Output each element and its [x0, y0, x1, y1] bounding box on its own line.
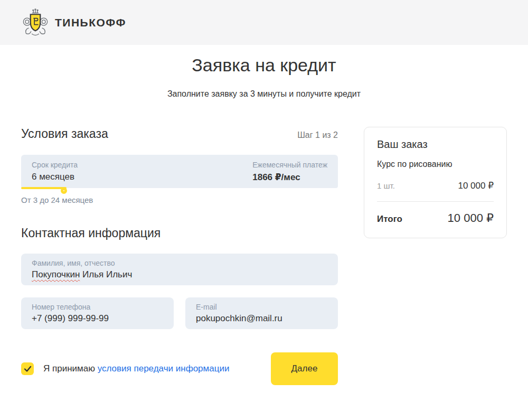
contact-info-title: Контактная информация: [21, 226, 338, 240]
step-indicator: Шаг 1 из 2: [297, 130, 338, 140]
full-name-value: Покупочкин Илья Ильич: [32, 269, 327, 280]
credit-term-label: Срок кредита: [32, 161, 78, 169]
credit-term-value: 6 месяцев: [32, 172, 78, 182]
action-row: Я принимаю условия передачи информации Д…: [21, 352, 338, 385]
agreement-prefix: Я принимаю: [43, 363, 98, 374]
main-content: Условия заказа Шаг 1 из 2 Срок кредита 6…: [21, 127, 507, 385]
credit-term-range-hint: От 3 до 24 месяцев: [21, 195, 338, 204]
order-total-label: Итого: [377, 214, 402, 225]
phone-email-row: Номер телефона +7 (999) 999-99-99 E-mail…: [21, 297, 338, 329]
brand-wordmark: ТИНЬКОФФ: [55, 16, 126, 29]
phone-field[interactable]: Номер телефона +7 (999) 999-99-99: [21, 297, 174, 329]
credit-term-slider-handle[interactable]: [61, 188, 67, 194]
email-value: pokupochkin@mail.ru: [196, 313, 327, 324]
monthly-payment-cell: Ежемесячный платеж 1866 ₽/мес: [252, 161, 327, 188]
page-title: Заявка на кредит: [0, 55, 528, 76]
page-head: Заявка на кредит Заполните заявку за 3 м…: [0, 55, 528, 99]
full-name-surname: Покупочкин: [32, 269, 80, 279]
page-subtitle: Заполните заявку за 3 минуты и получите …: [0, 89, 528, 99]
full-name-field[interactable]: Фамилия, имя, отчество Покупочкин Илья И…: [21, 254, 338, 285]
full-name-label: Фамилия, имя, отчество: [32, 259, 327, 267]
header-bar: ТИНЬКОФФ: [0, 0, 528, 45]
credit-term-panel: Срок кредита 6 месяцев Ежемесячный плате…: [21, 155, 338, 188]
order-terms-title: Условия заказа: [21, 127, 108, 141]
checkmark-icon: [24, 366, 32, 372]
credit-term-cell: Срок кредита 6 месяцев: [32, 161, 78, 188]
tinkoff-crest-icon: [22, 8, 49, 37]
order-total-row: Итого 10 000 ₽: [377, 211, 494, 225]
order-product-name: Курс по рисованию: [377, 160, 494, 169]
agreement-checkbox[interactable]: [21, 362, 34, 375]
agreement-group: Я принимаю условия передачи информации: [21, 362, 229, 375]
phone-label: Номер телефона: [32, 303, 163, 311]
order-quantity-row: 1 шт. 10 000 ₽: [377, 180, 494, 191]
order-total-price: 10 000 ₽: [448, 211, 494, 225]
agreement-terms-link[interactable]: условия передачи информации: [98, 363, 230, 374]
phone-value: +7 (999) 999-99-99: [32, 313, 163, 324]
credit-form: Условия заказа Шаг 1 из 2 Срок кредита 6…: [21, 127, 338, 385]
order-quantity-label: 1 шт.: [377, 181, 395, 190]
credit-term-slider-track-fill[interactable]: [21, 187, 67, 189]
tinkoff-logo[interactable]: ТИНЬКОФФ: [22, 8, 126, 37]
order-terms-header: Условия заказа Шаг 1 из 2: [21, 127, 338, 141]
order-summary-card: Ваш заказ Курс по рисованию 1 шт. 10 000…: [364, 127, 507, 238]
email-field[interactable]: E-mail pokupochkin@mail.ru: [185, 297, 338, 329]
order-summary-title: Ваш заказ: [377, 138, 494, 151]
agreement-text: Я принимаю условия передачи информации: [43, 363, 229, 374]
full-name-rest: Илья Ильич: [80, 269, 132, 279]
email-label: E-mail: [196, 303, 327, 311]
monthly-payment-value: 1866 ₽/мес: [252, 172, 327, 183]
next-button[interactable]: Далее: [271, 352, 338, 385]
monthly-payment-label: Ежемесячный платеж: [252, 161, 327, 169]
order-divider: [377, 201, 494, 202]
order-quantity-price: 10 000 ₽: [458, 180, 494, 191]
